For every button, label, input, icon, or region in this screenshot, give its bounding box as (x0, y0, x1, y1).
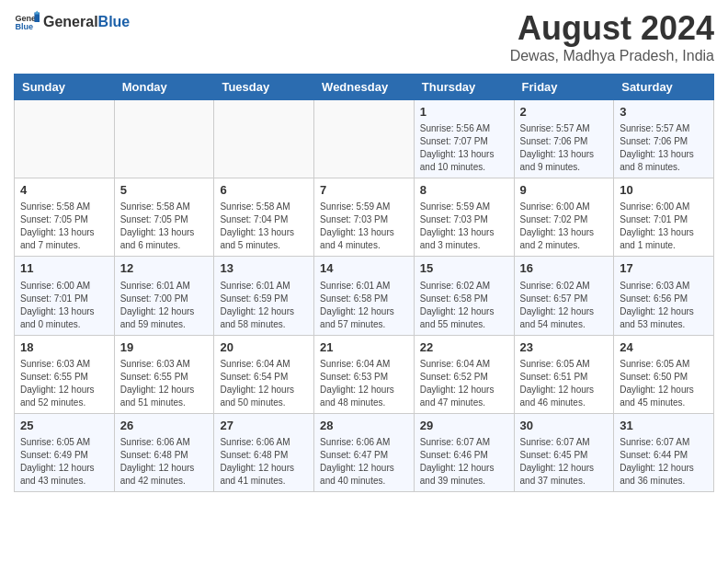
day-number: 8 (420, 182, 508, 199)
logo-blue-text: Blue (98, 14, 131, 29)
day-number: 16 (520, 260, 609, 277)
day-info: Sunrise: 5:57 AM Sunset: 7:06 PM Dayligh… (620, 122, 708, 174)
day-number: 2 (520, 104, 609, 121)
day-info: Sunrise: 6:05 AM Sunset: 6:51 PM Dayligh… (520, 358, 609, 409)
day-info: Sunrise: 5:58 AM Sunset: 7:04 PM Dayligh… (220, 201, 308, 252)
calendar-cell: 16Sunrise: 6:02 AM Sunset: 6:57 PM Dayli… (514, 257, 614, 335)
weekday-header-tuesday: Tuesday (214, 75, 314, 100)
day-number: 25 (20, 418, 108, 434)
calendar-cell: 22Sunrise: 6:04 AM Sunset: 6:52 PM Dayli… (414, 335, 514, 413)
day-info: Sunrise: 6:07 AM Sunset: 6:46 PM Dayligh… (420, 436, 508, 488)
day-info: Sunrise: 6:04 AM Sunset: 6:53 PM Dayligh… (320, 358, 408, 409)
day-number: 4 (20, 182, 108, 199)
weekday-header-saturday: Saturday (614, 75, 714, 100)
weekday-header-friday: Friday (514, 75, 614, 100)
day-number: 24 (620, 339, 708, 356)
day-number: 21 (320, 339, 408, 356)
calendar-cell: 7Sunrise: 5:59 AM Sunset: 7:03 PM Daylig… (314, 178, 415, 257)
day-number: 1 (420, 104, 508, 121)
weekday-header-monday: Monday (114, 75, 214, 100)
calendar-cell (314, 100, 415, 178)
day-info: Sunrise: 6:00 AM Sunset: 7:01 PM Dayligh… (20, 280, 108, 331)
day-info: Sunrise: 6:06 AM Sunset: 6:47 PM Dayligh… (320, 436, 408, 488)
calendar-cell: 30Sunrise: 6:07 AM Sunset: 6:45 PM Dayli… (514, 413, 614, 491)
day-info: Sunrise: 6:05 AM Sunset: 6:50 PM Dayligh… (620, 358, 708, 409)
page-header: General Blue GeneralBlue August 2024 Dew… (14, 9, 714, 64)
day-info: Sunrise: 5:59 AM Sunset: 7:03 PM Dayligh… (420, 201, 508, 252)
calendar-cell (214, 100, 314, 178)
day-info: Sunrise: 5:58 AM Sunset: 7:05 PM Dayligh… (20, 201, 108, 252)
day-info: Sunrise: 6:04 AM Sunset: 6:54 PM Dayligh… (220, 358, 308, 409)
day-info: Sunrise: 5:57 AM Sunset: 7:06 PM Dayligh… (520, 122, 609, 174)
day-number: 23 (520, 339, 609, 356)
day-info: Sunrise: 6:07 AM Sunset: 6:45 PM Dayligh… (520, 436, 609, 488)
day-number: 28 (320, 418, 408, 434)
day-number: 11 (20, 260, 108, 277)
calendar-cell: 31Sunrise: 6:07 AM Sunset: 6:44 PM Dayli… (614, 413, 714, 491)
calendar-cell (15, 100, 115, 178)
day-info: Sunrise: 6:01 AM Sunset: 6:59 PM Dayligh… (220, 280, 308, 331)
calendar-cell: 20Sunrise: 6:04 AM Sunset: 6:54 PM Dayli… (214, 335, 314, 413)
calendar-cell: 21Sunrise: 6:04 AM Sunset: 6:53 PM Dayli… (314, 335, 415, 413)
calendar-cell: 11Sunrise: 6:00 AM Sunset: 7:01 PM Dayli… (15, 257, 115, 335)
calendar-cell: 25Sunrise: 6:05 AM Sunset: 6:49 PM Dayli… (15, 413, 115, 491)
calendar-cell: 27Sunrise: 6:06 AM Sunset: 6:48 PM Dayli… (214, 413, 314, 491)
day-info: Sunrise: 6:03 AM Sunset: 6:56 PM Dayligh… (620, 280, 708, 331)
calendar-cell: 1Sunrise: 5:56 AM Sunset: 7:07 PM Daylig… (414, 100, 514, 178)
day-number: 26 (120, 418, 209, 434)
day-info: Sunrise: 6:02 AM Sunset: 6:58 PM Dayligh… (420, 280, 508, 331)
calendar-cell: 23Sunrise: 6:05 AM Sunset: 6:51 PM Dayli… (514, 335, 614, 413)
calendar-cell: 5Sunrise: 5:58 AM Sunset: 7:05 PM Daylig… (114, 178, 214, 257)
calendar-cell: 3Sunrise: 5:57 AM Sunset: 7:06 PM Daylig… (614, 100, 714, 178)
day-number: 29 (420, 418, 508, 434)
calendar-cell: 26Sunrise: 6:06 AM Sunset: 6:48 PM Dayli… (114, 413, 214, 491)
day-info: Sunrise: 6:07 AM Sunset: 6:44 PM Dayligh… (620, 436, 708, 488)
day-info: Sunrise: 6:06 AM Sunset: 6:48 PM Dayligh… (220, 436, 308, 488)
calendar-cell: 13Sunrise: 6:01 AM Sunset: 6:59 PM Dayli… (214, 257, 314, 335)
calendar-week-5: 25Sunrise: 6:05 AM Sunset: 6:49 PM Dayli… (15, 413, 714, 491)
calendar-week-4: 18Sunrise: 6:03 AM Sunset: 6:55 PM Dayli… (15, 335, 714, 413)
day-number: 17 (620, 260, 708, 277)
page-subtitle: Dewas, Madhya Pradesh, India (510, 48, 714, 64)
calendar-cell: 2Sunrise: 5:57 AM Sunset: 7:06 PM Daylig… (514, 100, 614, 178)
day-number: 13 (220, 260, 308, 277)
day-info: Sunrise: 6:02 AM Sunset: 6:57 PM Dayligh… (520, 280, 609, 331)
calendar-cell: 12Sunrise: 6:01 AM Sunset: 7:00 PM Dayli… (114, 257, 214, 335)
calendar-cell: 14Sunrise: 6:01 AM Sunset: 6:58 PM Dayli… (314, 257, 415, 335)
calendar-cell: 29Sunrise: 6:07 AM Sunset: 6:46 PM Dayli… (414, 413, 514, 491)
calendar-cell: 4Sunrise: 5:58 AM Sunset: 7:05 PM Daylig… (15, 178, 115, 257)
calendar-cell: 9Sunrise: 6:00 AM Sunset: 7:02 PM Daylig… (514, 178, 614, 257)
svg-text:Blue: Blue (15, 22, 33, 31)
calendar-cell: 8Sunrise: 5:59 AM Sunset: 7:03 PM Daylig… (414, 178, 514, 257)
calendar-cell: 15Sunrise: 6:02 AM Sunset: 6:58 PM Dayli… (414, 257, 514, 335)
day-number: 14 (320, 260, 408, 277)
logo: General Blue GeneralBlue (14, 9, 130, 35)
day-number: 31 (620, 418, 708, 434)
calendar-cell: 6Sunrise: 5:58 AM Sunset: 7:04 PM Daylig… (214, 178, 314, 257)
day-info: Sunrise: 5:58 AM Sunset: 7:05 PM Dayligh… (120, 201, 209, 252)
day-info: Sunrise: 6:03 AM Sunset: 6:55 PM Dayligh… (120, 358, 209, 409)
day-info: Sunrise: 6:05 AM Sunset: 6:49 PM Dayligh… (20, 436, 108, 488)
calendar-cell: 24Sunrise: 6:05 AM Sunset: 6:50 PM Dayli… (614, 335, 714, 413)
day-number: 7 (320, 182, 408, 199)
calendar-week-1: 1Sunrise: 5:56 AM Sunset: 7:07 PM Daylig… (15, 100, 714, 178)
day-number: 12 (120, 260, 209, 277)
day-number: 18 (20, 339, 108, 356)
title-block: August 2024 Dewas, Madhya Pradesh, India (510, 9, 714, 64)
calendar-week-3: 11Sunrise: 6:00 AM Sunset: 7:01 PM Dayli… (15, 257, 714, 335)
day-info: Sunrise: 6:00 AM Sunset: 7:02 PM Dayligh… (520, 201, 609, 252)
weekday-header-thursday: Thursday (414, 75, 514, 100)
day-number: 30 (520, 418, 609, 434)
weekday-header-row: SundayMondayTuesdayWednesdayThursdayFrid… (15, 75, 714, 100)
calendar-cell: 17Sunrise: 6:03 AM Sunset: 6:56 PM Dayli… (614, 257, 714, 335)
calendar-cell: 10Sunrise: 6:00 AM Sunset: 7:01 PM Dayli… (614, 178, 714, 257)
calendar-cell: 18Sunrise: 6:03 AM Sunset: 6:55 PM Dayli… (15, 335, 115, 413)
day-number: 27 (220, 418, 308, 434)
day-info: Sunrise: 6:03 AM Sunset: 6:55 PM Dayligh… (20, 358, 108, 409)
calendar-cell (114, 100, 214, 178)
day-info: Sunrise: 5:56 AM Sunset: 7:07 PM Dayligh… (420, 122, 508, 174)
calendar-cell: 19Sunrise: 6:03 AM Sunset: 6:55 PM Dayli… (114, 335, 214, 413)
calendar-week-2: 4Sunrise: 5:58 AM Sunset: 7:05 PM Daylig… (15, 178, 714, 257)
logo-icon: General Blue (14, 9, 40, 35)
logo-general-text: General (43, 14, 98, 29)
